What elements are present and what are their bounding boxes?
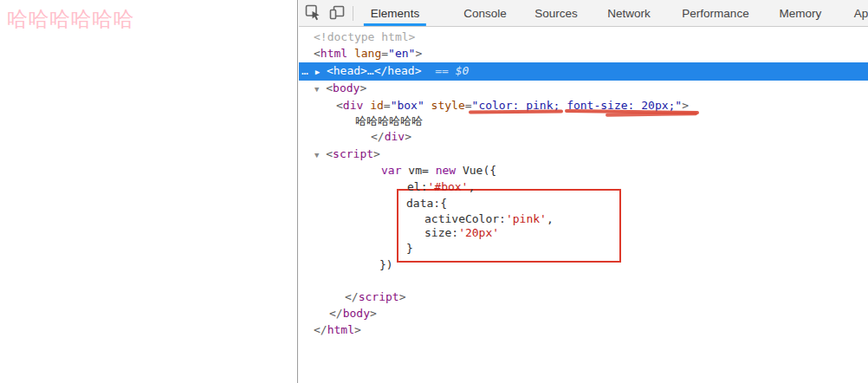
- code-token: body: [333, 81, 360, 94]
- code-line[interactable]: }): [379, 256, 393, 274]
- code-token: [421, 64, 435, 77]
- code-token: vm=: [401, 164, 435, 177]
- code-token: >: [405, 130, 411, 143]
- toolbar-separator: [353, 6, 353, 21]
- code-line[interactable]: ▼ <body>: [314, 80, 366, 97]
- code-line[interactable]: </html>: [314, 321, 361, 339]
- code-token: }): [379, 258, 393, 271]
- code-token: script: [333, 147, 373, 160]
- device-toolbar-icon: [328, 3, 346, 24]
- code-token: Vue({: [456, 164, 496, 177]
- code-token: <: [326, 81, 333, 94]
- code-token: </: [314, 323, 327, 336]
- tab-network[interactable]: Network: [607, 0, 651, 26]
- selected-node-line[interactable]: … ▶ <head>…</head> == $0: [299, 62, 868, 81]
- code-line[interactable]: ▼ <script>: [314, 146, 380, 163]
- code-token: >: [415, 47, 422, 60]
- code-token: <head>…</head>: [327, 64, 422, 77]
- code-token: >: [373, 147, 380, 160]
- code-token: "box": [391, 99, 424, 112]
- tab-sources[interactable]: Sources: [534, 0, 578, 26]
- elements-tree: <!doctype html><html lang="en">… ▶ <head…: [299, 27, 868, 383]
- device-toolbar-button[interactable]: [327, 3, 347, 24]
- code-token: body: [343, 307, 370, 320]
- code-line[interactable]: data:{: [406, 195, 447, 212]
- code-token: [363, 99, 370, 112]
- code-token: var: [381, 164, 401, 177]
- code-line[interactable]: size:'20px': [424, 224, 499, 242]
- devtools-panel: Elements Console Sources Network Perform…: [299, 0, 868, 383]
- code-line[interactable]: }: [406, 240, 413, 257]
- red-underlined-token: font-size: 20px;": [567, 99, 682, 112]
- code-line[interactable]: el:'#box',: [407, 179, 475, 196]
- code-token: '#box': [427, 180, 468, 193]
- code-token: =: [381, 47, 388, 60]
- code-token: </: [371, 130, 385, 143]
- code-token: '20px': [458, 226, 499, 239]
- code-line[interactable]: </script>: [345, 289, 405, 306]
- code-token: data:{: [406, 197, 447, 210]
- code-token: div: [385, 130, 405, 143]
- code-token: 哈哈哈哈哈哈: [355, 114, 423, 127]
- code-line[interactable]: </div>: [371, 128, 411, 146]
- code-token: [424, 99, 431, 112]
- code-token: }: [406, 242, 413, 255]
- code-token: ==: [435, 64, 455, 77]
- page-pink-text: 哈哈哈哈哈哈: [7, 7, 134, 31]
- tab-console[interactable]: Console: [463, 0, 507, 26]
- red-underlined-token: "color: pink;: [472, 99, 560, 112]
- code-token: </: [329, 307, 343, 320]
- code-token: el:: [407, 180, 427, 193]
- code-line[interactable]: <!doctype html>: [314, 29, 415, 46]
- code-token: 'pink': [506, 212, 547, 225]
- code-token: activeColor:: [424, 212, 506, 225]
- tab-application-truncated[interactable]: Ap: [854, 0, 868, 26]
- code-token: >: [360, 81, 366, 94]
- tab-performance[interactable]: Performance: [682, 0, 748, 26]
- screenshot-stage: 哈哈哈哈哈哈: [0, 0, 868, 383]
- code-token: html: [321, 47, 347, 60]
- page-viewport: 哈哈哈哈哈哈: [0, 0, 298, 383]
- tab-elements[interactable]: Elements: [371, 0, 419, 26]
- tab-memory[interactable]: Memory: [780, 0, 822, 26]
- code-token: ,: [547, 212, 554, 225]
- code-line[interactable]: <html lang="en">: [314, 45, 422, 62]
- code-token: <!doctype html>: [314, 30, 415, 43]
- code-token: style: [431, 99, 465, 112]
- code-token: [347, 47, 354, 60]
- code-token: <: [326, 147, 333, 160]
- code-token: div: [343, 99, 363, 112]
- code-line[interactable]: </body>: [329, 305, 377, 322]
- code-token: ,: [468, 180, 475, 193]
- code-token: $0: [456, 64, 470, 77]
- code-line[interactable]: 哈哈哈哈哈哈: [355, 113, 423, 130]
- code-token: =: [384, 99, 391, 112]
- inspect-element-button[interactable]: [302, 3, 323, 24]
- code-token: >: [370, 307, 377, 320]
- code-token: new: [436, 164, 456, 177]
- code-token: lang: [354, 47, 381, 60]
- code-token: >: [354, 323, 361, 336]
- code-token: size:: [424, 226, 458, 239]
- code-token: [308, 64, 315, 77]
- code-token: [320, 64, 327, 77]
- code-token: <: [336, 99, 343, 112]
- code-token: <: [314, 47, 321, 60]
- code-line[interactable]: <div id="box" style="color: pink; font-s…: [336, 97, 689, 114]
- code-token: id: [370, 99, 384, 112]
- code-line[interactable]: var vm= new Vue({: [381, 162, 496, 179]
- code-token: "en": [388, 47, 415, 60]
- code-token: </: [345, 290, 359, 303]
- code-token: html: [327, 323, 354, 336]
- devtools-toolbar: Elements Console Sources Network Perform…: [299, 0, 868, 27]
- code-token: >: [399, 290, 406, 303]
- code-token: …: [301, 64, 308, 77]
- inspect-element-icon: [304, 3, 321, 24]
- code-token: script: [359, 290, 399, 303]
